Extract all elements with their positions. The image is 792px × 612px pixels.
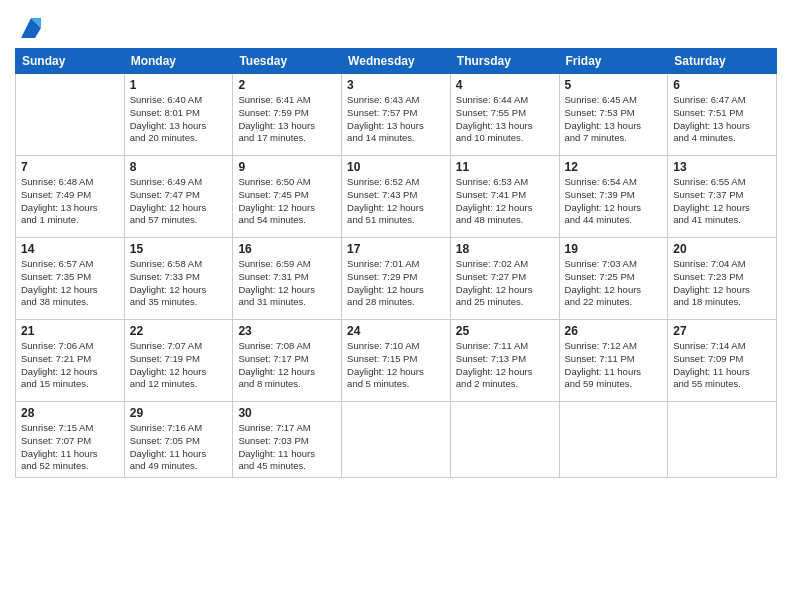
day-number: 23 bbox=[238, 324, 336, 338]
day-number: 29 bbox=[130, 406, 228, 420]
day-number: 22 bbox=[130, 324, 228, 338]
weekday-header-friday: Friday bbox=[559, 49, 668, 74]
calendar-cell bbox=[342, 402, 451, 478]
weekday-header-sunday: Sunday bbox=[16, 49, 125, 74]
calendar-cell: 22Sunrise: 7:07 AMSunset: 7:19 PMDayligh… bbox=[124, 320, 233, 402]
calendar-cell: 26Sunrise: 7:12 AMSunset: 7:11 PMDayligh… bbox=[559, 320, 668, 402]
day-info: Sunrise: 6:52 AMSunset: 7:43 PMDaylight:… bbox=[347, 176, 445, 227]
day-number: 27 bbox=[673, 324, 771, 338]
calendar-cell: 30Sunrise: 7:17 AMSunset: 7:03 PMDayligh… bbox=[233, 402, 342, 478]
day-number: 5 bbox=[565, 78, 663, 92]
calendar-cell: 2Sunrise: 6:41 AMSunset: 7:59 PMDaylight… bbox=[233, 74, 342, 156]
week-row-1: 1Sunrise: 6:40 AMSunset: 8:01 PMDaylight… bbox=[16, 74, 777, 156]
day-info: Sunrise: 6:48 AMSunset: 7:49 PMDaylight:… bbox=[21, 176, 119, 227]
day-number: 7 bbox=[21, 160, 119, 174]
day-number: 16 bbox=[238, 242, 336, 256]
day-info: Sunrise: 6:55 AMSunset: 7:37 PMDaylight:… bbox=[673, 176, 771, 227]
day-number: 24 bbox=[347, 324, 445, 338]
day-info: Sunrise: 6:43 AMSunset: 7:57 PMDaylight:… bbox=[347, 94, 445, 145]
calendar-cell: 15Sunrise: 6:58 AMSunset: 7:33 PMDayligh… bbox=[124, 238, 233, 320]
calendar-cell: 18Sunrise: 7:02 AMSunset: 7:27 PMDayligh… bbox=[450, 238, 559, 320]
day-number: 4 bbox=[456, 78, 554, 92]
day-info: Sunrise: 7:11 AMSunset: 7:13 PMDaylight:… bbox=[456, 340, 554, 391]
day-number: 15 bbox=[130, 242, 228, 256]
day-number: 26 bbox=[565, 324, 663, 338]
day-info: Sunrise: 7:01 AMSunset: 7:29 PMDaylight:… bbox=[347, 258, 445, 309]
calendar-cell bbox=[16, 74, 125, 156]
week-row-5: 28Sunrise: 7:15 AMSunset: 7:07 PMDayligh… bbox=[16, 402, 777, 478]
day-info: Sunrise: 7:02 AMSunset: 7:27 PMDaylight:… bbox=[456, 258, 554, 309]
weekday-header-row: SundayMondayTuesdayWednesdayThursdayFrid… bbox=[16, 49, 777, 74]
day-number: 18 bbox=[456, 242, 554, 256]
calendar-cell: 5Sunrise: 6:45 AMSunset: 7:53 PMDaylight… bbox=[559, 74, 668, 156]
day-info: Sunrise: 6:53 AMSunset: 7:41 PMDaylight:… bbox=[456, 176, 554, 227]
logo bbox=[15, 14, 45, 42]
day-info: Sunrise: 7:12 AMSunset: 7:11 PMDaylight:… bbox=[565, 340, 663, 391]
calendar-cell: 23Sunrise: 7:08 AMSunset: 7:17 PMDayligh… bbox=[233, 320, 342, 402]
calendar-cell: 21Sunrise: 7:06 AMSunset: 7:21 PMDayligh… bbox=[16, 320, 125, 402]
day-info: Sunrise: 6:59 AMSunset: 7:31 PMDaylight:… bbox=[238, 258, 336, 309]
calendar-cell: 13Sunrise: 6:55 AMSunset: 7:37 PMDayligh… bbox=[668, 156, 777, 238]
calendar-cell bbox=[450, 402, 559, 478]
day-info: Sunrise: 7:08 AMSunset: 7:17 PMDaylight:… bbox=[238, 340, 336, 391]
day-number: 13 bbox=[673, 160, 771, 174]
calendar-cell: 19Sunrise: 7:03 AMSunset: 7:25 PMDayligh… bbox=[559, 238, 668, 320]
day-info: Sunrise: 7:06 AMSunset: 7:21 PMDaylight:… bbox=[21, 340, 119, 391]
day-number: 9 bbox=[238, 160, 336, 174]
weekday-header-monday: Monday bbox=[124, 49, 233, 74]
header bbox=[15, 10, 777, 42]
day-info: Sunrise: 6:58 AMSunset: 7:33 PMDaylight:… bbox=[130, 258, 228, 309]
day-number: 28 bbox=[21, 406, 119, 420]
day-info: Sunrise: 7:17 AMSunset: 7:03 PMDaylight:… bbox=[238, 422, 336, 473]
day-number: 8 bbox=[130, 160, 228, 174]
calendar-cell: 1Sunrise: 6:40 AMSunset: 8:01 PMDaylight… bbox=[124, 74, 233, 156]
calendar-cell: 17Sunrise: 7:01 AMSunset: 7:29 PMDayligh… bbox=[342, 238, 451, 320]
day-info: Sunrise: 6:40 AMSunset: 8:01 PMDaylight:… bbox=[130, 94, 228, 145]
calendar-cell: 3Sunrise: 6:43 AMSunset: 7:57 PMDaylight… bbox=[342, 74, 451, 156]
weekday-header-wednesday: Wednesday bbox=[342, 49, 451, 74]
day-info: Sunrise: 6:41 AMSunset: 7:59 PMDaylight:… bbox=[238, 94, 336, 145]
day-number: 10 bbox=[347, 160, 445, 174]
day-info: Sunrise: 7:16 AMSunset: 7:05 PMDaylight:… bbox=[130, 422, 228, 473]
day-number: 20 bbox=[673, 242, 771, 256]
week-row-4: 21Sunrise: 7:06 AMSunset: 7:21 PMDayligh… bbox=[16, 320, 777, 402]
day-info: Sunrise: 7:15 AMSunset: 7:07 PMDaylight:… bbox=[21, 422, 119, 473]
calendar-cell: 27Sunrise: 7:14 AMSunset: 7:09 PMDayligh… bbox=[668, 320, 777, 402]
calendar-cell: 11Sunrise: 6:53 AMSunset: 7:41 PMDayligh… bbox=[450, 156, 559, 238]
calendar-cell: 7Sunrise: 6:48 AMSunset: 7:49 PMDaylight… bbox=[16, 156, 125, 238]
day-info: Sunrise: 6:54 AMSunset: 7:39 PMDaylight:… bbox=[565, 176, 663, 227]
weekday-header-thursday: Thursday bbox=[450, 49, 559, 74]
calendar-cell: 16Sunrise: 6:59 AMSunset: 7:31 PMDayligh… bbox=[233, 238, 342, 320]
day-number: 3 bbox=[347, 78, 445, 92]
day-number: 19 bbox=[565, 242, 663, 256]
day-number: 6 bbox=[673, 78, 771, 92]
calendar-cell: 8Sunrise: 6:49 AMSunset: 7:47 PMDaylight… bbox=[124, 156, 233, 238]
calendar-page: SundayMondayTuesdayWednesdayThursdayFrid… bbox=[0, 0, 792, 612]
calendar-cell: 29Sunrise: 7:16 AMSunset: 7:05 PMDayligh… bbox=[124, 402, 233, 478]
day-number: 21 bbox=[21, 324, 119, 338]
day-info: Sunrise: 7:10 AMSunset: 7:15 PMDaylight:… bbox=[347, 340, 445, 391]
day-number: 17 bbox=[347, 242, 445, 256]
day-number: 11 bbox=[456, 160, 554, 174]
calendar-cell: 24Sunrise: 7:10 AMSunset: 7:15 PMDayligh… bbox=[342, 320, 451, 402]
calendar-cell: 14Sunrise: 6:57 AMSunset: 7:35 PMDayligh… bbox=[16, 238, 125, 320]
day-info: Sunrise: 6:50 AMSunset: 7:45 PMDaylight:… bbox=[238, 176, 336, 227]
day-number: 12 bbox=[565, 160, 663, 174]
calendar-cell: 20Sunrise: 7:04 AMSunset: 7:23 PMDayligh… bbox=[668, 238, 777, 320]
calendar-cell: 12Sunrise: 6:54 AMSunset: 7:39 PMDayligh… bbox=[559, 156, 668, 238]
calendar-cell: 28Sunrise: 7:15 AMSunset: 7:07 PMDayligh… bbox=[16, 402, 125, 478]
day-number: 14 bbox=[21, 242, 119, 256]
day-info: Sunrise: 6:57 AMSunset: 7:35 PMDaylight:… bbox=[21, 258, 119, 309]
calendar-cell: 4Sunrise: 6:44 AMSunset: 7:55 PMDaylight… bbox=[450, 74, 559, 156]
calendar-table: SundayMondayTuesdayWednesdayThursdayFrid… bbox=[15, 48, 777, 478]
calendar-cell bbox=[559, 402, 668, 478]
day-number: 1 bbox=[130, 78, 228, 92]
day-info: Sunrise: 6:44 AMSunset: 7:55 PMDaylight:… bbox=[456, 94, 554, 145]
calendar-cell: 9Sunrise: 6:50 AMSunset: 7:45 PMDaylight… bbox=[233, 156, 342, 238]
day-number: 30 bbox=[238, 406, 336, 420]
weekday-header-tuesday: Tuesday bbox=[233, 49, 342, 74]
calendar-cell bbox=[668, 402, 777, 478]
calendar-cell: 25Sunrise: 7:11 AMSunset: 7:13 PMDayligh… bbox=[450, 320, 559, 402]
day-info: Sunrise: 6:47 AMSunset: 7:51 PMDaylight:… bbox=[673, 94, 771, 145]
day-info: Sunrise: 6:49 AMSunset: 7:47 PMDaylight:… bbox=[130, 176, 228, 227]
